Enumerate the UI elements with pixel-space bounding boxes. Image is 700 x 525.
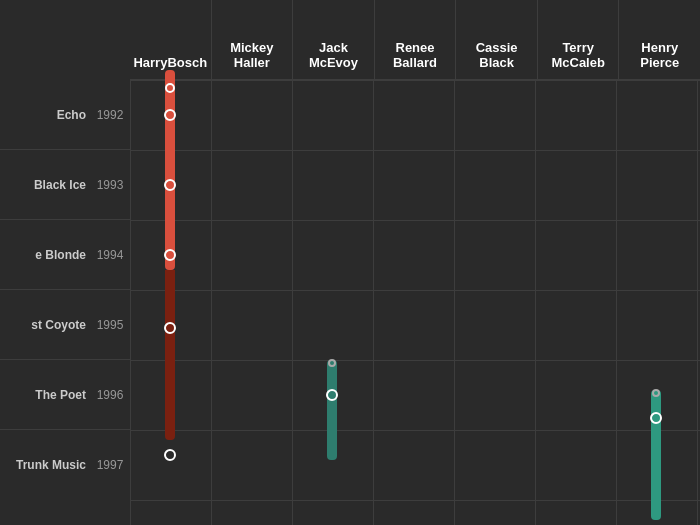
harry-bosch-bar-top — [165, 70, 175, 270]
col-label-mickey: MickeyHaller — [230, 40, 273, 71]
row-label-4: The Poet 1996 — [0, 360, 130, 430]
year-1: 1993 — [90, 178, 130, 192]
harry-bosch-bar-bottom — [165, 270, 175, 440]
book-title-4: The Poet — [0, 388, 90, 402]
harry-bosch-dot-1993 — [164, 179, 176, 191]
grid-h-4 — [130, 360, 700, 361]
year-4: 1996 — [90, 388, 130, 402]
row-label-2: e Blonde 1994 — [0, 220, 130, 290]
book-title-5: Trunk Music — [0, 458, 90, 472]
col-header-renee-ballard: ReneeBallard — [375, 0, 457, 80]
grid-h-0 — [130, 80, 700, 81]
col-label-cassie: CassieBlack — [476, 40, 518, 71]
harry-bosch-dot-1994 — [164, 249, 176, 261]
book-title-2: e Blonde — [0, 248, 90, 262]
grid-v-1 — [211, 80, 212, 525]
grid-h-1 — [130, 150, 700, 151]
grid-h-3 — [130, 290, 700, 291]
col-label-harry-line1: Harry — [133, 55, 167, 71]
grid-h-5 — [130, 430, 700, 431]
row-label-3: st Coyote 1995 — [0, 290, 130, 360]
book-title-1: Black Ice — [0, 178, 90, 192]
harry-bosch-dot-1992-filled — [165, 83, 175, 93]
harry-bosch-dot-1992 — [164, 109, 176, 121]
col-label-henry: HenryPierce — [640, 40, 679, 71]
data-area — [130, 80, 700, 525]
col-header-terry-mccaleb: TerryMcCaleb — [538, 0, 620, 80]
row-label-5: Trunk Music 1997 — [0, 430, 130, 500]
grid-v-3 — [373, 80, 374, 525]
col-header-henry-pierce: HenryPierce — [619, 0, 700, 80]
henry-pierce-dot-1996 — [650, 412, 662, 424]
year-3: 1995 — [90, 318, 130, 332]
harry-bosch-dot-1995 — [164, 322, 176, 334]
henry-pierce-dot-top — [652, 389, 660, 397]
grid-v-0 — [130, 80, 131, 525]
col-label-harry-line2: Bosch — [167, 55, 207, 71]
harry-bosch-dot-1997 — [164, 449, 176, 461]
jack-mcevoy-dot-top — [328, 359, 336, 367]
year-2: 1994 — [90, 248, 130, 262]
book-title-0: Echo — [0, 108, 90, 122]
grid-v-5 — [535, 80, 536, 525]
grid-v-2 — [292, 80, 293, 525]
col-header-harry-bosch: Harry Bosch — [130, 0, 212, 80]
grid-v-7 — [697, 80, 698, 525]
year-5: 1997 — [90, 458, 130, 472]
row-labels: Echo 1992 Black Ice 1993 e Blonde 1994 s… — [0, 80, 130, 525]
book-title-3: st Coyote — [0, 318, 90, 332]
grid-v-4 — [454, 80, 455, 525]
grid-h-2 — [130, 220, 700, 221]
col-header-cassie-black: CassieBlack — [456, 0, 538, 80]
col-label-renee: ReneeBallard — [393, 40, 437, 71]
henry-pierce-bar — [651, 390, 661, 520]
jack-mcevoy-dot-1996 — [326, 389, 338, 401]
col-header-jack-mcevoy: JackMcEvoy — [293, 0, 375, 80]
chart-container: Harry Bosch MickeyHaller JackMcEvoy Rene… — [0, 0, 700, 525]
col-label-terry: TerryMcCaleb — [551, 40, 604, 71]
grid-h-6 — [130, 500, 700, 501]
jack-mcevoy-bar — [327, 360, 337, 460]
year-0: 1992 — [90, 108, 130, 122]
row-label-1: Black Ice 1993 — [0, 150, 130, 220]
col-label-jack: JackMcEvoy — [309, 40, 358, 71]
col-header-mickey-haller: MickeyHaller — [212, 0, 294, 80]
row-label-0: Echo 1992 — [0, 80, 130, 150]
grid-v-6 — [616, 80, 617, 525]
column-headers: Harry Bosch MickeyHaller JackMcEvoy Rene… — [130, 0, 700, 80]
